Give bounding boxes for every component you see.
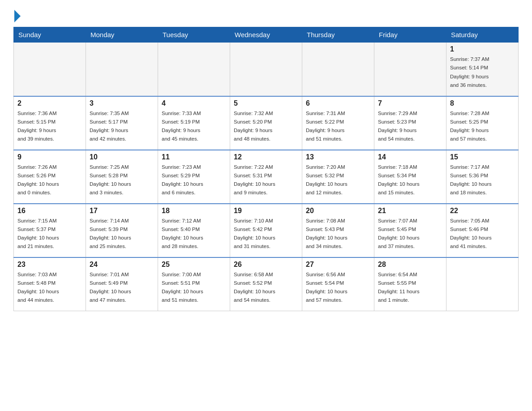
calendar-cell: 1Sunrise: 7:37 AM Sunset: 5:14 PM Daylig… (446, 43, 519, 96)
calendar-week-row: 1Sunrise: 7:37 AM Sunset: 5:14 PM Daylig… (14, 43, 519, 96)
day-number: 8 (450, 99, 515, 107)
calendar-week-row: 16Sunrise: 7:15 AM Sunset: 5:37 PM Dayli… (14, 204, 519, 257)
day-number: 13 (306, 153, 370, 161)
calendar-cell: 17Sunrise: 7:14 AM Sunset: 5:39 PM Dayli… (86, 204, 158, 257)
day-number: 17 (90, 207, 154, 215)
calendar-cell: 6Sunrise: 7:31 AM Sunset: 5:22 PM Daylig… (302, 96, 374, 150)
calendar-cell: 26Sunrise: 6:58 AM Sunset: 5:52 PM Dayli… (230, 257, 302, 311)
day-number: 16 (17, 207, 82, 215)
day-info: Sunrise: 7:32 AM Sunset: 5:20 PM Dayligh… (234, 111, 273, 142)
day-info: Sunrise: 7:17 AM Sunset: 5:36 PM Dayligh… (450, 164, 492, 196)
day-number: 10 (90, 153, 154, 161)
calendar-cell (86, 43, 158, 96)
day-info: Sunrise: 7:29 AM Sunset: 5:23 PM Dayligh… (378, 111, 417, 142)
calendar-cell (230, 43, 302, 96)
calendar-cell (14, 43, 86, 96)
day-info: Sunrise: 7:14 AM Sunset: 5:39 PM Dayligh… (90, 218, 131, 249)
calendar-week-row: 23Sunrise: 7:03 AM Sunset: 5:48 PM Dayli… (14, 257, 519, 311)
day-number: 21 (378, 207, 442, 215)
day-number: 18 (162, 207, 226, 215)
day-number: 2 (17, 99, 82, 107)
calendar-table: SundayMondayTuesdayWednesdayThursdayFrid… (13, 27, 519, 311)
day-number: 7 (378, 99, 442, 107)
calendar-week-row: 9Sunrise: 7:26 AM Sunset: 5:26 PM Daylig… (14, 150, 519, 204)
calendar-cell: 27Sunrise: 6:56 AM Sunset: 5:54 PM Dayli… (302, 257, 374, 311)
calendar-cell: 13Sunrise: 7:20 AM Sunset: 5:32 PM Dayli… (302, 150, 374, 204)
day-info: Sunrise: 7:10 AM Sunset: 5:42 PM Dayligh… (234, 218, 275, 249)
day-number: 6 (306, 99, 370, 107)
day-info: Sunrise: 7:28 AM Sunset: 5:25 PM Dayligh… (450, 111, 489, 142)
day-info: Sunrise: 7:26 AM Sunset: 5:26 PM Dayligh… (17, 164, 59, 196)
calendar-cell: 12Sunrise: 7:22 AM Sunset: 5:31 PM Dayli… (230, 150, 302, 204)
day-info: Sunrise: 7:33 AM Sunset: 5:19 PM Dayligh… (162, 111, 201, 142)
calendar-cell (302, 43, 374, 96)
calendar-cell (446, 257, 519, 311)
weekday-header-saturday: Saturday (446, 27, 519, 43)
day-number: 15 (450, 153, 515, 161)
logo-arrow-icon (14, 10, 21, 22)
day-number: 12 (234, 153, 298, 161)
day-number: 14 (378, 153, 442, 161)
calendar-cell: 22Sunrise: 7:05 AM Sunset: 5:46 PM Dayli… (446, 204, 519, 257)
logo (13, 9, 21, 22)
calendar-cell: 21Sunrise: 7:07 AM Sunset: 5:45 PM Dayli… (374, 204, 446, 257)
day-number: 4 (162, 99, 226, 107)
calendar-cell: 15Sunrise: 7:17 AM Sunset: 5:36 PM Dayli… (446, 150, 519, 204)
day-number: 24 (90, 261, 154, 269)
weekday-header-friday: Friday (374, 27, 446, 43)
calendar-cell: 16Sunrise: 7:15 AM Sunset: 5:37 PM Dayli… (14, 204, 86, 257)
calendar-cell: 11Sunrise: 7:23 AM Sunset: 5:29 PM Dayli… (158, 150, 230, 204)
calendar-week-row: 2Sunrise: 7:36 AM Sunset: 5:15 PM Daylig… (14, 96, 519, 150)
calendar-cell: 2Sunrise: 7:36 AM Sunset: 5:15 PM Daylig… (14, 96, 86, 150)
day-number: 23 (17, 261, 82, 269)
day-info: Sunrise: 7:35 AM Sunset: 5:17 PM Dayligh… (90, 111, 129, 142)
day-info: Sunrise: 7:25 AM Sunset: 5:28 PM Dayligh… (90, 164, 131, 196)
calendar-cell: 9Sunrise: 7:26 AM Sunset: 5:26 PM Daylig… (14, 150, 86, 204)
calendar-cell: 25Sunrise: 7:00 AM Sunset: 5:51 PM Dayli… (158, 257, 230, 311)
day-number: 11 (162, 153, 226, 161)
calendar-cell: 20Sunrise: 7:08 AM Sunset: 5:43 PM Dayli… (302, 204, 374, 257)
day-info: Sunrise: 7:31 AM Sunset: 5:22 PM Dayligh… (306, 111, 345, 142)
day-info: Sunrise: 6:54 AM Sunset: 5:55 PM Dayligh… (378, 272, 420, 303)
day-number: 3 (90, 99, 154, 107)
calendar-cell: 8Sunrise: 7:28 AM Sunset: 5:25 PM Daylig… (446, 96, 519, 150)
page-header (13, 9, 519, 22)
weekday-header-thursday: Thursday (302, 27, 374, 43)
calendar-cell: 5Sunrise: 7:32 AM Sunset: 5:20 PM Daylig… (230, 96, 302, 150)
calendar-cell: 14Sunrise: 7:18 AM Sunset: 5:34 PM Dayli… (374, 150, 446, 204)
weekday-header-tuesday: Tuesday (158, 27, 230, 43)
calendar-header-row: SundayMondayTuesdayWednesdayThursdayFrid… (14, 27, 519, 43)
calendar-cell (374, 43, 446, 96)
calendar-cell: 18Sunrise: 7:12 AM Sunset: 5:40 PM Dayli… (158, 204, 230, 257)
day-number: 25 (162, 261, 226, 269)
weekday-header-wednesday: Wednesday (230, 27, 302, 43)
day-info: Sunrise: 6:58 AM Sunset: 5:52 PM Dayligh… (234, 272, 275, 303)
day-number: 1 (450, 45, 515, 53)
calendar-cell: 19Sunrise: 7:10 AM Sunset: 5:42 PM Dayli… (230, 204, 302, 257)
day-number: 9 (17, 153, 82, 161)
day-number: 27 (306, 261, 370, 269)
day-info: Sunrise: 6:56 AM Sunset: 5:54 PM Dayligh… (306, 272, 348, 303)
calendar-cell: 10Sunrise: 7:25 AM Sunset: 5:28 PM Dayli… (86, 150, 158, 204)
day-info: Sunrise: 7:36 AM Sunset: 5:15 PM Dayligh… (17, 111, 57, 142)
calendar-cell: 3Sunrise: 7:35 AM Sunset: 5:17 PM Daylig… (86, 96, 158, 150)
calendar-cell: 23Sunrise: 7:03 AM Sunset: 5:48 PM Dayli… (14, 257, 86, 311)
day-info: Sunrise: 7:20 AM Sunset: 5:32 PM Dayligh… (306, 164, 348, 196)
day-number: 19 (234, 207, 298, 215)
day-number: 22 (450, 207, 515, 215)
day-number: 28 (378, 261, 442, 269)
day-info: Sunrise: 7:08 AM Sunset: 5:43 PM Dayligh… (306, 218, 348, 249)
weekday-header-sunday: Sunday (14, 27, 86, 43)
day-info: Sunrise: 7:01 AM Sunset: 5:49 PM Dayligh… (90, 272, 131, 303)
calendar-cell: 24Sunrise: 7:01 AM Sunset: 5:49 PM Dayli… (86, 257, 158, 311)
day-number: 5 (234, 99, 298, 107)
day-info: Sunrise: 7:18 AM Sunset: 5:34 PM Dayligh… (378, 164, 420, 196)
calendar-cell: 28Sunrise: 6:54 AM Sunset: 5:55 PM Dayli… (374, 257, 446, 311)
day-info: Sunrise: 7:03 AM Sunset: 5:48 PM Dayligh… (17, 272, 59, 303)
calendar-cell: 7Sunrise: 7:29 AM Sunset: 5:23 PM Daylig… (374, 96, 446, 150)
day-info: Sunrise: 7:00 AM Sunset: 5:51 PM Dayligh… (162, 272, 203, 303)
day-info: Sunrise: 7:23 AM Sunset: 5:29 PM Dayligh… (162, 164, 203, 196)
calendar-cell (158, 43, 230, 96)
day-number: 20 (306, 207, 370, 215)
day-number: 26 (234, 261, 298, 269)
